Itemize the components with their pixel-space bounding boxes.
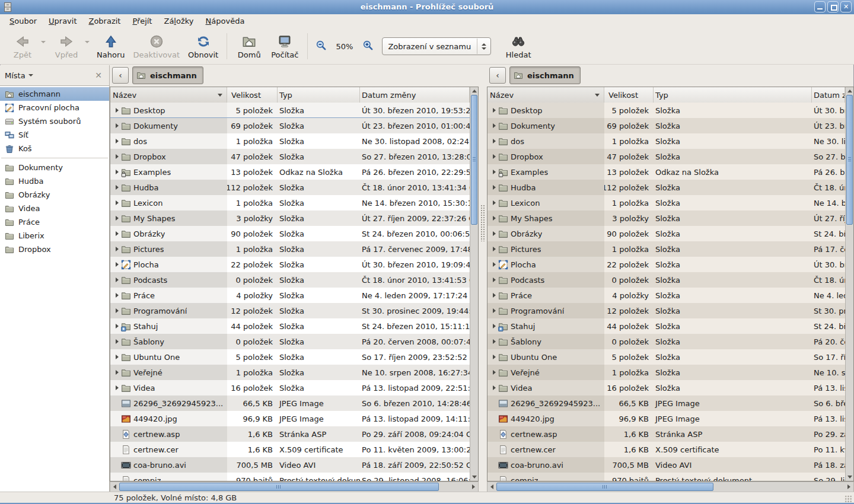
expander-icon[interactable] (113, 108, 121, 113)
scroll-left-button[interactable] (110, 482, 119, 492)
file-row[interactable]: Obrázky90 položekSložkaSt 24. březen 201… (487, 226, 845, 241)
file-row[interactable]: 26296_32692945923...66,5 KBJPEG ImageSo … (487, 395, 845, 411)
file-row[interactable]: dos1 položkaSložkaNe 30. listopad 2008, … (110, 133, 470, 149)
column-header-size[interactable]: Velikost (227, 87, 278, 103)
sidebar-item-hudba[interactable]: Hudba (0, 174, 109, 188)
menu-soubor[interactable]: Soubor (4, 14, 43, 28)
file-row[interactable]: 26296_32692945923...66,5 KBJPEG ImageSo … (110, 395, 470, 411)
scroll-down-button[interactable] (470, 473, 478, 481)
sidebar-item-liberix[interactable]: Liberix (0, 229, 109, 243)
column-header-type[interactable]: Typ (278, 87, 360, 103)
expander-icon[interactable] (113, 216, 121, 221)
file-row[interactable]: Obrázky90 položekSložkaSt 24. březen 201… (110, 226, 470, 241)
close-button[interactable]: ✕ (840, 1, 852, 12)
expander-icon[interactable] (113, 154, 121, 159)
expander-icon[interactable] (490, 262, 498, 267)
expander-icon[interactable] (490, 231, 498, 236)
file-row[interactable]: certnew.asp1,6 KBStránka ASPPo 29. září … (487, 426, 845, 442)
expander-icon[interactable] (490, 293, 498, 298)
computer-button[interactable]: Počítač (267, 32, 302, 61)
zoom-in-button[interactable] (359, 28, 377, 64)
file-row[interactable]: Šablony0 položekSložkaPá 20. červen 2008… (487, 334, 845, 349)
file-row[interactable]: My Shapes3 položkySložkaÚt 27. říjen 200… (487, 210, 845, 226)
sidebar-item-system-souboru[interactable]: Systém souborů (0, 114, 109, 128)
file-row[interactable]: coa-bruno.avi700,5 MBVideo AVIPá 18. zář… (487, 457, 845, 473)
file-row[interactable]: Videa16 položekSložkaPá 13. listopad 200… (487, 380, 845, 395)
up-button[interactable]: Nahoru (93, 32, 129, 61)
expander-icon[interactable] (113, 200, 121, 205)
file-row[interactable]: Programování12 položekSložkaSt 30. prosi… (487, 303, 845, 318)
file-row[interactable]: Examples13 položekOdkaz na SložkaPá 26. … (487, 164, 845, 180)
expander-icon[interactable] (490, 154, 498, 159)
left-vertical-scrollbar[interactable] (470, 87, 478, 481)
expander-icon[interactable] (113, 185, 121, 190)
scroll-trough[interactable] (496, 482, 845, 492)
search-button[interactable]: Hledat (501, 32, 536, 61)
file-row[interactable]: Podcasts0 položekSložkaČt 18. únor 2010,… (110, 272, 470, 288)
sidebar-item-pracovni-plocha[interactable]: Pracovní plocha (0, 101, 109, 114)
expander-icon[interactable] (113, 123, 121, 128)
back-dropdown-icon[interactable] (39, 41, 47, 43)
right-vertical-scrollbar[interactable] (845, 87, 853, 481)
file-row[interactable]: Veřejné1 položkaSložkaNe 10. srpen 2008,… (110, 365, 470, 380)
pane-splitter[interactable] (479, 65, 487, 492)
scroll-thumb[interactable] (471, 95, 477, 225)
expander-icon[interactable] (490, 385, 498, 390)
pathbar-scroll-left-button[interactable]: ‹ (489, 67, 506, 84)
expander-icon[interactable] (490, 216, 498, 221)
file-row[interactable]: Pictures1 položkaSložkaPá 17. červenec 2… (487, 241, 845, 257)
file-row[interactable]: Podcasts0 položekSložkaČt 18. únor 2010,… (487, 272, 845, 288)
file-row[interactable]: Dokumenty69 položekSložkaÚt 23. březen 2… (110, 118, 470, 133)
column-header-date[interactable]: Datum změny (812, 87, 845, 103)
maximize-button[interactable] (827, 1, 839, 12)
expander-icon[interactable] (490, 200, 498, 205)
file-row[interactable]: Hudba112 položekSložkaČt 18. únor 2010, … (110, 180, 470, 195)
scroll-right-button[interactable] (469, 482, 478, 492)
file-row[interactable]: compiz970 bajtůProstý textový dokumentSo… (110, 473, 470, 481)
file-row[interactable]: Lexicon1 položkaSložkaNe 14. březen 2010… (487, 195, 845, 210)
expander-icon[interactable] (490, 370, 498, 375)
file-row[interactable]: My Shapes3 položkySložkaÚt 27. říjen 200… (110, 210, 470, 226)
file-row[interactable]: compiz970 bajtůProstý textový dokumentSo… (487, 473, 845, 481)
column-header-name[interactable]: Název (487, 87, 604, 103)
expander-icon[interactable] (490, 185, 498, 190)
scroll-down-button[interactable] (846, 473, 853, 481)
column-header-name[interactable]: Název (110, 87, 227, 103)
expander-icon[interactable] (113, 293, 121, 298)
expander-icon[interactable] (490, 308, 498, 313)
expander-icon[interactable] (113, 385, 121, 390)
scroll-right-button[interactable] (845, 482, 853, 492)
scroll-trough[interactable] (846, 95, 853, 473)
file-row[interactable]: Plocha22 položekSložkaÚt 30. březen 2010… (487, 257, 845, 272)
right-location-button[interactable]: eischmann (509, 66, 581, 84)
expander-icon[interactable] (113, 139, 121, 143)
expander-icon[interactable] (113, 247, 121, 251)
minimize-button[interactable] (814, 1, 826, 12)
file-row[interactable]: Hudba112 položekSložkaČt 18. únor 2010, … (487, 180, 845, 195)
file-row[interactable]: Stahuj44 položekSložkaSt 24. březen 2010… (487, 318, 845, 334)
pathbar-scroll-left-button[interactable]: ‹ (112, 67, 129, 84)
right-horizontal-scrollbar[interactable] (487, 481, 854, 492)
forward-dropdown-icon[interactable] (83, 41, 91, 43)
sidebar-item-dokumenty[interactable]: Dokumenty (0, 161, 109, 174)
scroll-trough[interactable] (470, 95, 478, 473)
file-row[interactable]: 449420.jpg96,9 KBJPEG ImagePá 13. listop… (110, 411, 470, 426)
file-row[interactable]: Ubuntu One5 položekSložkaSo 17. říjen 20… (110, 349, 470, 365)
file-row[interactable]: Videa16 položekSložkaPá 13. listopad 200… (110, 380, 470, 395)
expander-icon[interactable] (490, 108, 498, 113)
reload-button[interactable]: Obnovit (184, 32, 222, 61)
expander-icon[interactable] (490, 139, 498, 143)
expander-icon[interactable] (113, 277, 121, 282)
menu-napoveda[interactable]: Nápověda (200, 14, 251, 28)
file-row[interactable]: Práce4 položkySložkaNe 4. leden 2009, 17… (110, 288, 470, 303)
expander-icon[interactable] (490, 355, 498, 359)
menu-zalozky[interactable]: Záložky (158, 14, 199, 28)
sidebar-item-prace[interactable]: Práce (0, 215, 109, 229)
column-header-size[interactable]: Velikost (604, 87, 654, 103)
places-selector[interactable]: Místa (5, 71, 33, 80)
home-button[interactable]: Domů (231, 32, 267, 61)
expander-icon[interactable] (113, 339, 121, 344)
file-row[interactable]: Desktop5 položekSložkaÚt 30. březen 2010… (487, 103, 845, 118)
sidebar-close-icon[interactable]: ✕ (93, 71, 104, 80)
sidebar-item-dropbox[interactable]: Dropbox (0, 243, 109, 256)
